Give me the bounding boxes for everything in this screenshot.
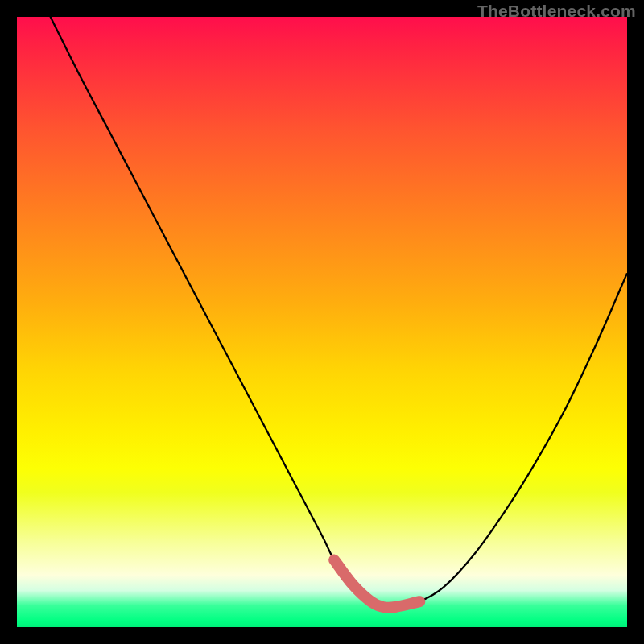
optimum-highlight: [334, 560, 419, 608]
chart-frame: TheBottleneck.com: [0, 0, 644, 644]
plot-area: [17, 17, 627, 627]
curve-layer: [17, 17, 627, 627]
bottleneck-curve: [17, 17, 627, 608]
watermark-text: TheBottleneck.com: [477, 2, 636, 21]
